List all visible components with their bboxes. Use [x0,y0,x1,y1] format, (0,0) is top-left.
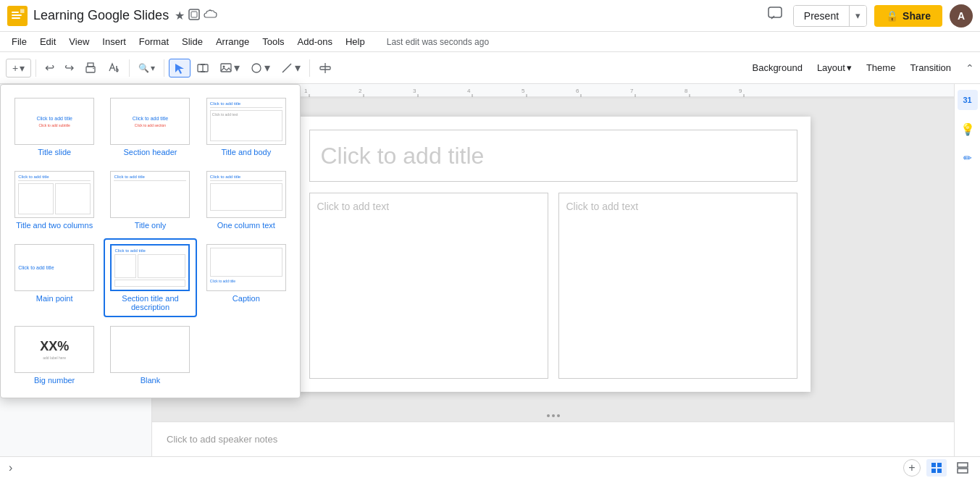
comment-button[interactable] [764,3,786,28]
layout-dropdown-icon: ▾ [847,62,852,73]
slide-content-right[interactable]: Click to add text [558,193,797,379]
layout-label: Layout [817,62,845,73]
layout-title-slide[interactable]: Click to add title Click to add subtitle… [8,92,101,162]
zoom-button[interactable]: 🔍 ▾ [134,60,159,76]
layout-thumb-two-cols: Click to add title [14,171,94,218]
layout-section-title-desc[interactable]: Click to add title Section title and des… [104,238,196,317]
last-edit-text: Last edit was seconds ago [387,37,489,47]
layout-label-one-col: One column text [217,221,275,230]
expand-right-button[interactable]: › [7,460,14,476]
transition-button[interactable]: Transition [904,59,957,76]
layout-thumb-title-body: Click to add title Click to add text [206,98,286,145]
background-button[interactable]: Background [746,59,808,76]
layout-thumb-one-col: Click to add title [206,171,286,218]
svg-text:7: 7 [630,88,634,94]
menu-addons[interactable]: Add-ons [292,34,338,49]
menu-arrange[interactable]: Arrange [210,34,255,49]
zoom-dropdown: ▾ [151,63,155,73]
layout-thumb-title-slide: Click to add title Click to add subtitle [14,98,94,145]
bulb-icon: 💡 [960,122,975,136]
svg-rect-4 [20,9,25,13]
resize-dots [547,414,560,417]
bottom-bar: › + [0,456,980,478]
svg-text:6: 6 [576,88,579,94]
svg-text:2: 2 [359,88,362,94]
edit-icon: ✏ [963,152,972,164]
slide-nav: › [7,460,14,476]
layout-title-two-columns[interactable]: Click to add title Title and two columns [8,165,101,235]
slide-title-placeholder[interactable]: Click to add title [309,130,797,182]
menu-insert[interactable]: Insert [96,34,132,49]
layout-label-two-cols: Title and two columns [16,221,93,230]
slide-toolbar-right: Background Layout ▾ Theme Transition ⌃ [746,59,974,76]
select-tool[interactable] [169,59,190,77]
menu-file[interactable]: File [6,34,33,49]
menu-slide[interactable]: Slide [176,34,209,49]
present-button[interactable]: Present [794,6,849,26]
print-button[interactable] [80,59,101,77]
slide-canvas[interactable]: Click to add title Click to add text Cli… [296,117,811,392]
layout-thumb-big-number: XX% add label here [14,326,94,373]
right-panel: 31 💡 ✏ [954,84,980,456]
star-icon[interactable]: ★ [175,9,185,22]
layout-one-column[interactable]: Click to add title One column text [200,165,293,235]
redo-button[interactable]: ↪ [60,58,78,77]
paint-format-button[interactable] [103,59,125,77]
notes-area[interactable]: Click to add speaker notes [152,422,954,456]
avatar[interactable]: A [950,4,973,28]
cloud-icon[interactable] [204,9,218,23]
layout-thumb-section: Click to add title Click to add section [110,98,190,145]
layout-thumb-section-desc: Click to add title [110,244,190,291]
textbox-tool[interactable] [192,59,214,77]
layout-label-big-number: Big number [34,376,75,385]
line-tool[interactable]: ▾ [276,58,305,77]
separator-2 [129,59,130,77]
grid-view-button[interactable] [926,459,947,477]
image-tool[interactable]: ▾ [215,58,244,77]
add-button[interactable]: + ▾ [6,59,31,77]
toolbar: + ▾ ↩ ↪ 🔍 ▾ ▾ ▾ ▾ Background Layout [0,52,980,84]
menu-tools[interactable]: Tools [256,34,290,49]
layout-title-only[interactable]: Click to add title Title only [104,165,196,235]
layout-blank[interactable]: Blank [104,320,196,390]
svg-rect-50 [937,469,942,473]
svg-text:3: 3 [413,88,416,94]
svg-line-21 [282,64,291,72]
undo-button[interactable]: ↩ [41,58,59,77]
share-button[interactable]: 🔒 Share [874,5,942,27]
shape-tool[interactable]: ▾ [246,58,275,77]
add-slide-button[interactable]: + [903,459,921,477]
theme-button[interactable]: Theme [860,59,901,76]
menu-format[interactable]: Format [133,34,175,49]
svg-rect-7 [768,7,782,17]
layout-big-number[interactable]: XX% add label here Big number [8,320,101,390]
slide-text-left: Click to add text [317,201,390,212]
filmstrip-view-button[interactable] [952,459,973,477]
menu-edit[interactable]: Edit [34,34,62,49]
layout-label-main-point: Main point [36,294,73,303]
more-tools-button[interactable] [314,59,336,77]
svg-rect-10 [88,70,93,72]
svg-rect-18 [221,64,231,72]
present-dropdown-button[interactable]: ▾ [849,6,866,26]
menu-help[interactable]: Help [340,34,371,49]
layout-button[interactable]: Layout ▾ [811,59,858,76]
collapse-toolbar-button[interactable]: ⌃ [966,62,974,74]
menu-view[interactable]: View [63,34,95,49]
drive-icon[interactable] [188,8,201,24]
resize-handle[interactable] [152,410,954,422]
calendar-tool[interactable]: 31 [958,90,978,110]
layout-thumb-blank [110,326,190,373]
svg-rect-3 [12,17,20,19]
bulb-tool[interactable]: 💡 [958,119,978,139]
svg-rect-1 [12,12,19,13]
layout-caption[interactable]: Click to add title Caption [200,238,293,317]
layout-main-point[interactable]: Click to add title Main point [8,238,101,317]
edit-tool[interactable]: ✏ [958,148,978,168]
svg-rect-5 [189,9,199,20]
svg-rect-49 [931,469,936,473]
layout-section-header[interactable]: Click to add title Click to add section … [104,92,196,162]
svg-text:9: 9 [739,88,742,94]
layout-title-body[interactable]: Click to add title Click to add text Tit… [200,92,293,162]
slide-content-left[interactable]: Click to add text [309,193,548,379]
